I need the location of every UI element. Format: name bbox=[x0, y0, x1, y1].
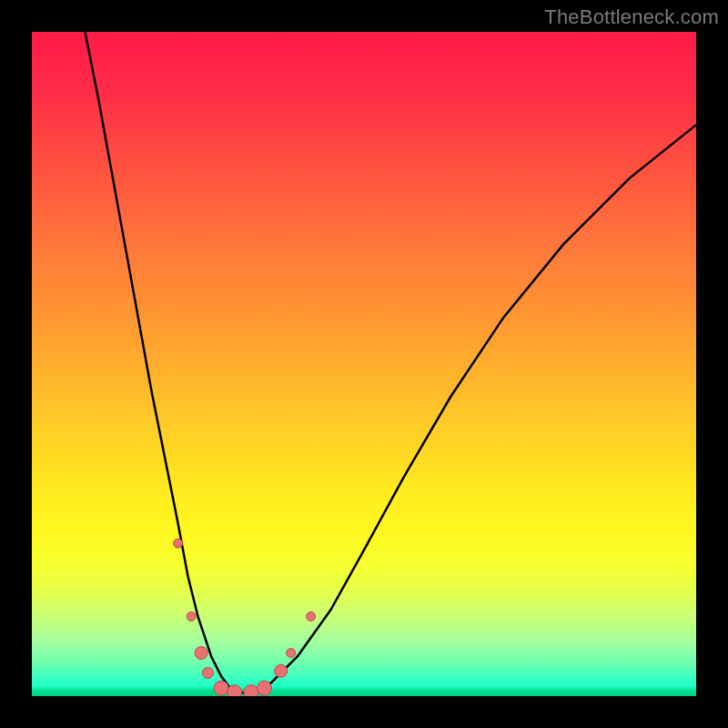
curve-marker bbox=[275, 664, 288, 677]
plot-area bbox=[32, 32, 696, 696]
curve-marker bbox=[287, 649, 296, 658]
watermark-text: TheBottleneck.com bbox=[544, 5, 719, 29]
bottleneck-curve bbox=[85, 32, 696, 693]
curve-marker bbox=[258, 681, 272, 695]
curve-marker bbox=[187, 612, 196, 621]
curve-marker bbox=[307, 612, 316, 621]
curve-markers bbox=[174, 539, 316, 696]
curve-marker bbox=[244, 685, 258, 696]
curve-svg bbox=[32, 32, 696, 696]
curve-marker bbox=[214, 681, 228, 695]
curve-marker bbox=[202, 667, 213, 678]
chart-frame: TheBottleneck.com bbox=[0, 0, 728, 728]
curve-marker bbox=[195, 647, 207, 660]
curve-marker bbox=[228, 685, 242, 696]
curve-marker bbox=[174, 539, 183, 548]
